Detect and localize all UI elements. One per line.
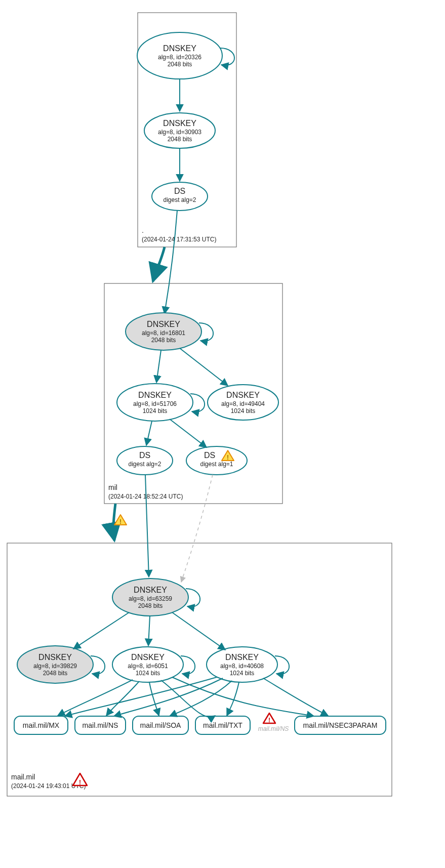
svg-text:DS: DS (204, 451, 215, 460)
svg-text:DNSKEY: DNSKEY (131, 653, 165, 662)
svg-text:2048 bits: 2048 bits (138, 602, 163, 609)
svg-text:1024 bits: 1024 bits (231, 407, 256, 415)
edge-zsk2-mx (65, 677, 217, 716)
edge-zsk1-mx (58, 680, 133, 716)
svg-text:!: ! (227, 454, 229, 461)
svg-text:2048 bits: 2048 bits (43, 670, 68, 677)
rrset-mx: mail.mil/MX (14, 716, 68, 734)
svg-text:alg=8, id=30903: alg=8, id=30903 (158, 129, 201, 136)
zone-mailmil-name: mail.mil (11, 773, 35, 781)
svg-text:2048 bits: 2048 bits (151, 337, 176, 344)
rrset-txt: mail.mil/TXT (195, 716, 250, 734)
svg-text:digest alg=1: digest alg=1 (200, 461, 233, 468)
svg-text:mail.mil/TXT: mail.mil/TXT (203, 721, 242, 729)
edge-rootds-milksk (165, 211, 177, 314)
edge-zsk2-soa (170, 681, 232, 716)
edge-mmksk-zsk1 (148, 616, 150, 646)
node-root-zsk: DNSKEY alg=8, id=30903 2048 bits (144, 113, 215, 148)
svg-text:DNSKEY: DNSKEY (163, 44, 196, 53)
rrset-soa: mail.mil/SOA (133, 716, 188, 734)
error-icon: ! (73, 773, 87, 786)
svg-text:2048 bits: 2048 bits (168, 136, 192, 143)
svg-text:1024 bits: 1024 bits (143, 407, 168, 415)
svg-text:DNSKEY: DNSKEY (226, 391, 260, 399)
rrset-nsec3: mail.mil/NSEC3PARAM (295, 716, 386, 734)
svg-text:mail.mil/NS: mail.mil/NS (258, 725, 289, 732)
svg-text:!: ! (268, 717, 270, 724)
svg-text:alg=8, id=16801: alg=8, id=16801 (142, 329, 185, 337)
svg-text:mail.mil/NSEC3PARAM: mail.mil/NSEC3PARAM (303, 721, 378, 729)
edge-mmksk-zsk2 (172, 612, 225, 650)
node-root-ds: DS digest alg=2 (152, 182, 208, 211)
rrset-ns: mail.mil/NS (75, 716, 126, 734)
svg-text:alg=8, id=39829: alg=8, id=39829 (33, 663, 77, 670)
edge-root-to-mil-thick (153, 247, 165, 281)
svg-text:DNSKEY: DNSKEY (147, 320, 180, 328)
edge-milds2-mmksk-dashed (181, 475, 213, 582)
edge-milksk-milzsk2 (180, 348, 228, 386)
node-mil-zsk1: DNSKEY alg=8, id=51706 1024 bits (117, 384, 193, 421)
svg-text:DS: DS (139, 451, 150, 460)
edge-milzsk1-ds1 (146, 421, 152, 445)
svg-text:digest alg=2: digest alg=2 (163, 196, 196, 203)
svg-text:alg=8, id=6051: alg=8, id=6051 (128, 663, 168, 670)
edge-milds1-mmksk (145, 475, 149, 577)
svg-text:DNSKEY: DNSKEY (163, 119, 196, 128)
svg-text:alg=8, id=51706: alg=8, id=51706 (133, 400, 177, 407)
svg-text:2048 bits: 2048 bits (168, 61, 192, 68)
edge-milksk-milzsk1 (156, 350, 161, 383)
svg-text:alg=8, id=20326: alg=8, id=20326 (158, 54, 201, 61)
error-icon: ! (263, 713, 275, 724)
zone-mil-name: mil (108, 483, 117, 491)
node-mil-ksk: DNSKEY alg=8, id=16801 2048 bits (126, 313, 201, 350)
svg-text:alg=8, id=49404: alg=8, id=49404 (221, 400, 265, 407)
edge-milzsk1-ds2 (170, 419, 207, 447)
svg-text:alg=8, id=40608: alg=8, id=40608 (220, 663, 264, 670)
node-mil-ds1: DS digest alg=2 (117, 446, 173, 475)
edge-zsk1-soa (149, 682, 159, 716)
svg-text:digest alg=2: digest alg=2 (128, 461, 161, 468)
svg-text:mail.mil/SOA: mail.mil/SOA (140, 721, 182, 729)
svg-text:DNSKEY: DNSKEY (138, 391, 172, 399)
node-mil-zsk2: DNSKEY alg=8, id=49404 1024 bits (208, 385, 278, 420)
edge-mil-to-mailmil-thick (113, 504, 115, 541)
dnssec-graph: . (2024-01-24 17:31:53 UTC) mil (2024-01… (0, 0, 445, 868)
zone-root-ts: (2024-01-24 17:31:53 UTC) (142, 236, 216, 243)
svg-text:1024 bits: 1024 bits (230, 670, 255, 677)
edge-zsk2-ns (114, 678, 223, 716)
node-mm-key2: DNSKEY alg=8, id=39829 2048 bits (17, 646, 93, 683)
rrset-ns-ghost: mail.mil/NS ! (258, 713, 289, 732)
edge-mmksk-key2 (73, 612, 129, 649)
svg-text:mail.mil/NS: mail.mil/NS (83, 721, 118, 729)
zone-root-name: . (142, 226, 144, 234)
svg-text:DNSKEY: DNSKEY (38, 653, 72, 662)
node-mm-zsk2: DNSKEY alg=8, id=40608 1024 bits (207, 647, 277, 682)
svg-text:mail.mil/MX: mail.mil/MX (23, 721, 60, 729)
svg-text:!: ! (119, 518, 122, 525)
svg-text:DNSKEY: DNSKEY (134, 586, 167, 594)
edge-zsk2-nsec3 (263, 678, 328, 716)
node-mil-ds2: DS digest alg=1 ! (186, 446, 247, 475)
svg-text:!: ! (79, 779, 81, 786)
svg-text:1024 bits: 1024 bits (136, 670, 160, 677)
svg-text:alg=8, id=63259: alg=8, id=63259 (129, 595, 172, 602)
node-root-ksk: DNSKEY alg=8, id=20326 2048 bits (137, 32, 222, 79)
svg-text:DS: DS (174, 187, 185, 195)
warning-icon: ! (114, 515, 127, 525)
edge-zsk1-nsec3 (172, 677, 314, 716)
node-mm-ksk: DNSKEY alg=8, id=63259 2048 bits (112, 578, 188, 616)
svg-text:DNSKEY: DNSKEY (225, 653, 259, 662)
